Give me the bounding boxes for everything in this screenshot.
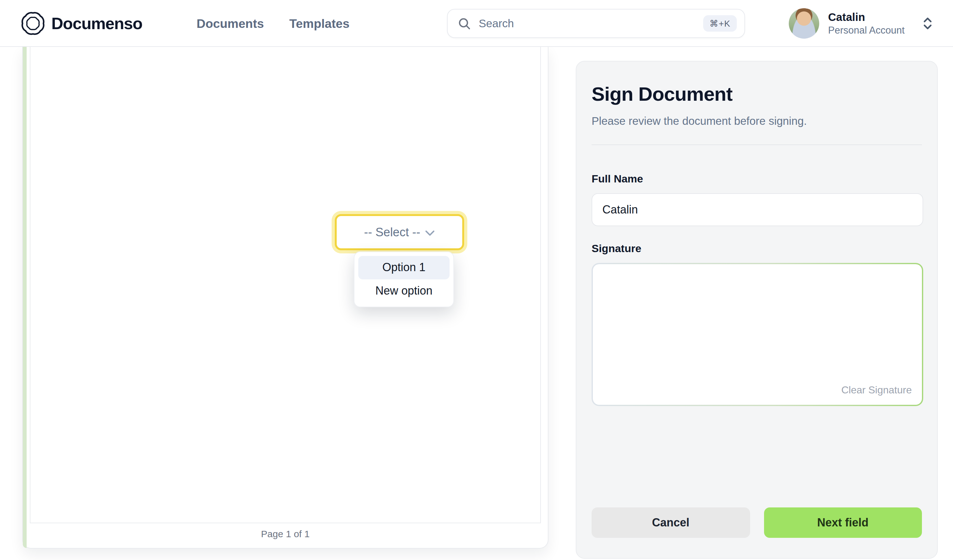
page-indicator: Page 1 of 1 — [23, 528, 548, 539]
nav-documents[interactable]: Documents — [197, 16, 264, 31]
full-name-input[interactable] — [591, 193, 923, 226]
document-accent-stripe — [23, 47, 26, 548]
search-bar[interactable]: Search ⌘+K — [447, 9, 745, 38]
user-avatar — [789, 8, 819, 39]
app-root: Documenso Documents Templates Search ⌘+K… — [0, 0, 953, 560]
panel-divider — [591, 144, 922, 145]
signature-label: Signature — [591, 243, 922, 255]
panel-subtitle: Please review the document before signin… — [591, 114, 922, 128]
select-dropdown-menu: Option 1 New option — [354, 252, 454, 307]
search-placeholder: Search — [479, 17, 703, 30]
signature-pad-border: Clear Signature — [591, 263, 923, 406]
signature-pad[interactable]: Clear Signature — [593, 264, 922, 405]
select-field-value: -- Select -- — [364, 225, 420, 239]
account-texts: Catalin Personal Account — [828, 10, 917, 37]
top-navbar: Documenso Documents Templates Search ⌘+K… — [0, 0, 953, 47]
next-field-button[interactable]: Next field — [764, 507, 922, 538]
main-nav: Documents Templates — [197, 0, 349, 47]
nav-templates[interactable]: Templates — [289, 16, 349, 31]
pdf-page: -- Select -- Option 1 New option — [30, 47, 541, 523]
account-menu-trigger[interactable]: Catalin Personal Account — [789, 8, 933, 39]
chevron-down-icon — [425, 230, 435, 236]
document-viewer-card: -- Select -- Option 1 New option Page 1 … — [22, 47, 548, 549]
chevron-up-down-icon — [922, 17, 933, 30]
full-name-label: Full Name — [591, 173, 922, 186]
brand-name: Documenso — [51, 11, 142, 36]
account-name: Catalin — [828, 10, 917, 24]
documenso-seal-icon — [21, 11, 45, 36]
cancel-button[interactable]: Cancel — [591, 507, 750, 538]
document-select-field[interactable]: -- Select -- — [335, 214, 464, 250]
search-shortcut-badge: ⌘+K — [703, 15, 737, 32]
brand-logo[interactable]: Documenso — [21, 11, 142, 36]
search-icon — [458, 17, 471, 30]
sign-document-panel: Sign Document Please review the document… — [576, 61, 938, 559]
select-option-1[interactable]: Option 1 — [358, 256, 450, 279]
panel-title: Sign Document — [591, 83, 922, 106]
panel-actions: Cancel Next field — [591, 507, 922, 538]
select-option-2[interactable]: New option — [358, 279, 450, 303]
account-type: Personal Account — [828, 24, 917, 37]
clear-signature-button[interactable]: Clear Signature — [841, 385, 912, 396]
